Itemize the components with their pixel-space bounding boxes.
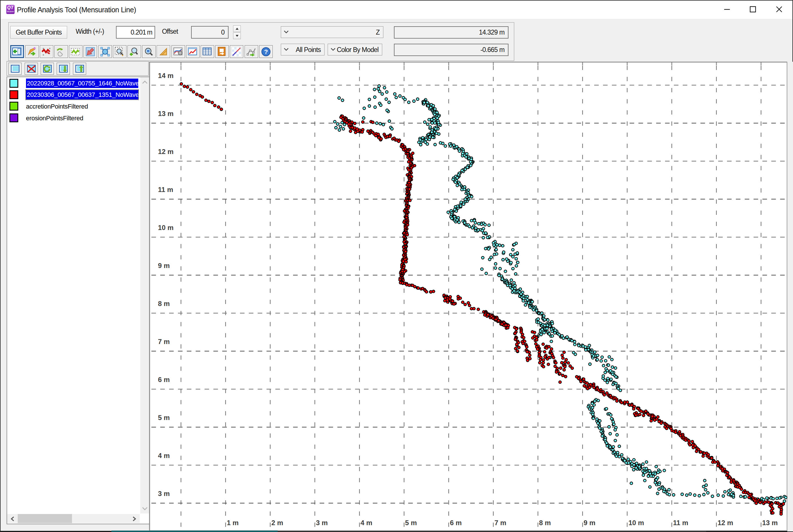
svg-text:14 m: 14 m — [158, 72, 174, 79]
svg-text:12 m: 12 m — [158, 148, 174, 155]
svg-text:?: ? — [264, 48, 268, 55]
svg-text:7 m: 7 m — [158, 338, 170, 345]
svg-text:3 m: 3 m — [316, 519, 328, 527]
svg-text:11 m: 11 m — [158, 186, 173, 193]
svg-text:9 m: 9 m — [158, 262, 170, 269]
svg-text:6 m: 6 m — [158, 376, 170, 383]
svg-text:3 m: 3 m — [158, 490, 170, 497]
svg-text:8 m: 8 m — [539, 519, 551, 527]
svg-text:9 m: 9 m — [584, 519, 595, 527]
svg-text:10 m: 10 m — [628, 519, 644, 527]
svg-text:7 m: 7 m — [495, 519, 506, 527]
svg-text:6 m: 6 m — [450, 519, 462, 527]
svg-text:8 m: 8 m — [158, 300, 170, 307]
svg-text:1 m: 1 m — [227, 519, 238, 527]
svg-text:12 m: 12 m — [718, 519, 733, 527]
svg-text:4 m: 4 m — [361, 519, 372, 527]
svg-text:5 m: 5 m — [158, 414, 170, 421]
svg-text:10 m: 10 m — [158, 224, 174, 231]
svg-text:2 m: 2 m — [271, 519, 283, 527]
svg-text:5 m: 5 m — [405, 519, 417, 527]
svg-text:11 m: 11 m — [673, 519, 688, 527]
svg-text:13 m: 13 m — [158, 110, 174, 117]
svg-text:4 m: 4 m — [158, 452, 170, 459]
svg-text:13 m: 13 m — [762, 519, 778, 527]
